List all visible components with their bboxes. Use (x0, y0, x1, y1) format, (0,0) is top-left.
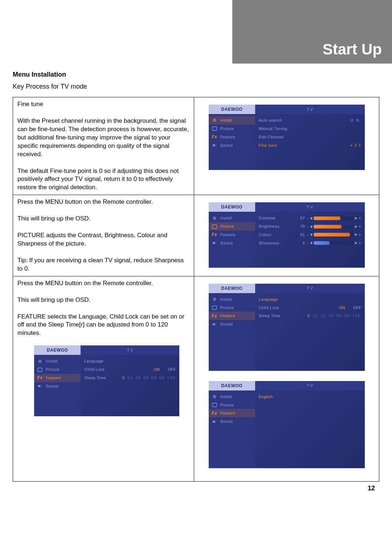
osd-label: Contrast (259, 215, 275, 221)
picture-icon (212, 224, 217, 229)
toggle-off: OFF (168, 367, 176, 372)
svg-point-7 (40, 361, 41, 362)
osd-screenshot-feature-right: DAEWOO T V Install (209, 284, 365, 371)
nav-label: Install (220, 215, 232, 221)
nav-label: Sound (220, 240, 233, 246)
sleep-values: 0 10 20 30 60 90 120 (307, 313, 361, 319)
osd-nav-sound: Sound (34, 382, 81, 390)
install-icon (212, 297, 217, 302)
osd-line-highlight: Fine tune + 2 7 (259, 141, 361, 150)
picture-icon (37, 367, 43, 372)
paragraph: Press the MENU button on the Remote cont… (17, 279, 189, 288)
osd-line: Child Lock ON OFF (259, 304, 361, 312)
osd-line: Language (84, 357, 176, 365)
slider-value: 67 (300, 215, 305, 221)
table-row: Press the MENU button on the Remote cont… (13, 195, 379, 276)
osd-mode: T V (81, 345, 179, 355)
nav-label: Picture (220, 224, 234, 229)
osd-line: Sleep Time 0 10 20 30 60 90 (84, 374, 176, 382)
sleep-values: 0 10 20 30 60 90 120 (122, 376, 176, 381)
osd-screenshot-language: DAEWOO T V Install (209, 381, 365, 468)
left-arrow-icon (310, 217, 312, 220)
osd-brand: DAEWOO (209, 381, 255, 390)
osd-label: English (259, 394, 273, 400)
osd-nav-picture: Picture (34, 365, 81, 374)
osd-nav-install: Install (209, 116, 255, 125)
paragraph: This will bring up the OSD. (17, 296, 189, 304)
nav-label: Install (220, 297, 232, 302)
install-icon (212, 394, 217, 399)
paragraph: Tip: If you are receiving a clean TV sig… (17, 256, 189, 273)
sound-icon (37, 384, 43, 389)
toggle-on: ON (339, 305, 345, 311)
osd-mode: T V (255, 381, 365, 390)
nav-label: Sound (220, 143, 233, 148)
osd-mode: T V (255, 105, 365, 114)
toggle-off: OFF (353, 305, 361, 311)
nav-label: Feature (220, 134, 235, 140)
osd-line: Sharpness 4 - + (259, 239, 361, 247)
sound-icon (212, 143, 217, 148)
feature-icon: Fx (212, 232, 217, 237)
osd-value: + 2 7 (350, 143, 361, 148)
osd-line: Language (259, 295, 361, 304)
slider: 67 - + (300, 215, 361, 221)
feature-icon: Fx (37, 375, 43, 380)
svg-point-4 (214, 218, 215, 219)
osd-label: Child Lock (84, 367, 105, 372)
osd-nav-sound: Sound (209, 239, 255, 247)
nav-label: Install (46, 358, 57, 364)
osd-screenshot-install: DAEWOO T V Install (209, 105, 365, 170)
osd-line: Auto search U. K. (259, 116, 361, 125)
row-title: Fine tune (17, 100, 189, 109)
osd-mode: T V (255, 202, 365, 212)
nav-label: Picture (220, 402, 234, 408)
osd-nav-sound: Sound (209, 141, 255, 150)
osd-brand: DAEWOO (209, 202, 255, 212)
slider: 4 - + (302, 240, 361, 246)
nav-label: Picture (220, 305, 234, 311)
table-row: Fine tune With the Preset channel runnin… (13, 97, 379, 195)
osd-line: Sleep Time 0 10 20 30 60 90 (259, 312, 361, 320)
picture-icon (212, 402, 217, 408)
nav-label: Sound (220, 419, 233, 424)
toggle: ON OFF (154, 367, 176, 372)
osd-nav-picture: Picture (209, 401, 255, 409)
right-arrow-icon (355, 242, 357, 244)
osd-line: Colour 91 - + (259, 231, 361, 239)
nav-label: Install (220, 394, 232, 400)
osd-brand: DAEWOO (209, 284, 255, 293)
paragraph: FEATURE selects the Language, Child Lock… (17, 313, 189, 338)
left-arrow-icon (310, 233, 312, 236)
osd-nav-feature: Fx Feature (209, 312, 255, 320)
paragraph: With the Preset channel running in the b… (17, 117, 189, 159)
nav-label: Sound (46, 384, 58, 389)
osd-brand: DAEWOO (34, 345, 81, 355)
nav-label: Picture (46, 367, 60, 372)
osd-nav-install: Install (209, 393, 255, 401)
osd-nav-install: Install (209, 295, 255, 304)
paragraph: PICTURE adjusts the Contrast, Brightness… (17, 231, 189, 248)
osd-line: Edit Channel (259, 133, 361, 141)
right-arrow-icon (355, 217, 357, 220)
slider: 91 - + (300, 232, 361, 238)
osd-nav-picture: Picture (209, 125, 255, 133)
section-heading: Menu Installation (13, 71, 379, 78)
toggle: ON OFF (339, 305, 361, 311)
slider-value: 70 (300, 224, 305, 229)
sound-icon (212, 322, 217, 327)
picture-icon (212, 305, 217, 310)
osd-line: Contrast 67 - + (259, 214, 361, 222)
osd-nav-picture: Picture (209, 222, 255, 231)
install-icon (212, 118, 217, 123)
svg-point-13 (214, 396, 215, 397)
left-arrow-icon (310, 242, 312, 244)
svg-rect-5 (212, 225, 217, 228)
osd-nav-install: Install (209, 214, 255, 222)
osd-line: Child Lock ON OFF (84, 365, 176, 374)
svg-point-10 (214, 299, 215, 300)
sound-icon (212, 419, 217, 424)
left-arrow-icon (310, 225, 312, 228)
slider: 70 - + (300, 224, 361, 229)
install-icon (212, 216, 217, 221)
